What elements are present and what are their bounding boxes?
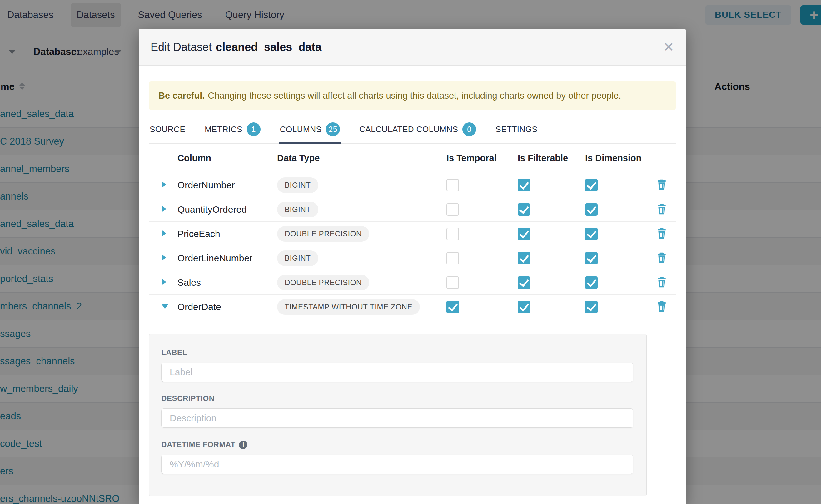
is-filterable-checkbox[interactable] (518, 203, 530, 216)
tab-label: METRICS (205, 125, 242, 134)
modal-header: Edit Dataset cleaned_sales_data ✕ (139, 29, 686, 66)
edit-dataset-modal: Edit Dataset cleaned_sales_data ✕ Be car… (139, 29, 686, 504)
modal-title-dataset-name: cleaned_sales_data (216, 41, 321, 54)
is-dimension-cell (585, 179, 656, 191)
is-dimension-cell (585, 301, 656, 313)
is-dimension-cell (585, 203, 656, 216)
info-icon[interactable]: i (239, 441, 247, 449)
is-temporal-checkbox[interactable] (447, 203, 459, 216)
trash-icon[interactable] (656, 308, 667, 313)
trash-icon[interactable] (656, 235, 667, 240)
column-header: Column (177, 153, 277, 163)
label-field-label: LABEL (161, 348, 633, 357)
is-filterable-header: Is Filterable (518, 153, 585, 163)
trash-icon[interactable] (656, 186, 667, 191)
datetime-format-input[interactable] (161, 455, 633, 474)
is-dimension-checkbox[interactable] (585, 252, 598, 264)
column-row-sales: SalesDOUBLE PRECISION (149, 270, 676, 295)
is-temporal-checkbox[interactable] (447, 179, 459, 191)
expand-cell (149, 254, 177, 262)
is-dimension-cell (585, 276, 656, 289)
expand-cell (149, 181, 177, 189)
close-icon[interactable]: ✕ (663, 41, 674, 54)
delete-column-cell (656, 179, 676, 192)
is-temporal-cell (447, 301, 518, 313)
data-type-badge: BIGINT (277, 250, 318, 266)
collapse-caret-icon[interactable] (161, 304, 168, 309)
column-name: OrderLineNumber (177, 253, 277, 264)
is-temporal-checkbox[interactable] (447, 252, 459, 264)
is-temporal-cell (447, 252, 518, 264)
is-temporal-cell (447, 179, 518, 191)
column-name: QuantityOrdered (177, 204, 277, 215)
data-type-header: Data Type (277, 153, 447, 163)
is-dimension-checkbox[interactable] (585, 203, 598, 216)
trash-icon[interactable] (656, 259, 667, 264)
datetime-format-field-label: DATETIME FORMAT i (161, 440, 633, 449)
expand-caret-icon[interactable] (161, 230, 166, 237)
data-type-cell: BIGINT (277, 177, 447, 193)
warning-text: Changing these settings will affect all … (208, 91, 621, 101)
expand-cell (149, 230, 177, 238)
tab-label: COLUMNS (280, 125, 322, 134)
is-temporal-cell (447, 203, 518, 216)
is-filterable-checkbox[interactable] (518, 301, 530, 313)
column-row-quantityordered: QuantityOrderedBIGINT (149, 197, 676, 222)
warning-banner: Be careful. Changing these settings will… (149, 81, 676, 110)
is-dimension-checkbox[interactable] (585, 301, 598, 313)
column-row-ordernumber: OrderNumberBIGINT (149, 173, 676, 197)
columns-table-header: Column Data Type Is Temporal Is Filterab… (149, 144, 676, 173)
is-filterable-cell (518, 301, 585, 313)
is-filterable-checkbox[interactable] (518, 179, 530, 191)
column-row-priceeach: PriceEachDOUBLE PRECISION (149, 222, 676, 246)
is-temporal-checkbox[interactable] (447, 228, 459, 240)
delete-column-cell (656, 227, 676, 240)
is-temporal-header: Is Temporal (447, 153, 518, 163)
data-type-badge: BIGINT (277, 202, 318, 217)
data-type-badge: TIMESTAMP WITHOUT TIME ZONE (277, 299, 420, 315)
is-filterable-checkbox[interactable] (518, 228, 530, 240)
tab-metrics[interactable]: METRICS1 (204, 117, 261, 144)
delete-column-cell (656, 300, 676, 314)
tab-settings[interactable]: SETTINGS (495, 117, 538, 144)
column-row-orderlinenumber: OrderLineNumberBIGINT (149, 246, 676, 270)
expand-caret-icon[interactable] (161, 254, 166, 261)
column-name: OrderNumber (177, 180, 277, 190)
is-filterable-cell (518, 276, 585, 289)
expand-caret-icon[interactable] (161, 205, 166, 212)
is-temporal-cell (447, 276, 518, 289)
expand-caret-icon[interactable] (161, 279, 166, 285)
is-temporal-checkbox[interactable] (447, 276, 459, 289)
tab-count-badge: 1 (247, 122, 260, 136)
is-filterable-checkbox[interactable] (518, 252, 530, 264)
expand-caret-icon[interactable] (161, 181, 166, 188)
is-temporal-cell (447, 228, 518, 240)
data-type-cell: DOUBLE PRECISION (277, 226, 447, 242)
data-type-cell: BIGINT (277, 250, 447, 266)
column-row-orderdate: OrderDateTIMESTAMP WITHOUT TIME ZONE (149, 295, 676, 319)
is-temporal-checkbox[interactable] (447, 301, 459, 313)
is-filterable-checkbox[interactable] (518, 276, 530, 289)
delete-column-cell (656, 276, 676, 289)
description-field-label: DESCRIPTION (161, 394, 633, 403)
tab-calculated-columns[interactable]: CALCULATED COLUMNS0 (358, 117, 477, 144)
is-dimension-checkbox[interactable] (585, 179, 598, 191)
tab-count-badge: 0 (463, 122, 476, 136)
tab-source[interactable]: SOURCE (149, 117, 186, 144)
is-dimension-cell (585, 252, 656, 264)
is-dimension-checkbox[interactable] (585, 228, 598, 240)
tab-label: CALCULATED COLUMNS (359, 125, 458, 134)
data-type-cell: TIMESTAMP WITHOUT TIME ZONE (277, 299, 447, 315)
description-input[interactable] (161, 408, 633, 428)
expand-cell (149, 304, 177, 310)
trash-icon[interactable] (656, 210, 667, 216)
is-dimension-cell (585, 228, 656, 240)
tab-columns[interactable]: COLUMNS25 (279, 117, 340, 144)
is-filterable-cell (518, 203, 585, 216)
tab-label: SETTINGS (496, 125, 537, 134)
is-dimension-checkbox[interactable] (585, 276, 598, 289)
trash-icon[interactable] (656, 284, 667, 289)
tab-count-badge: 25 (326, 122, 340, 136)
modal-body: Be careful. Changing these settings will… (139, 81, 686, 496)
label-input[interactable] (161, 363, 633, 382)
